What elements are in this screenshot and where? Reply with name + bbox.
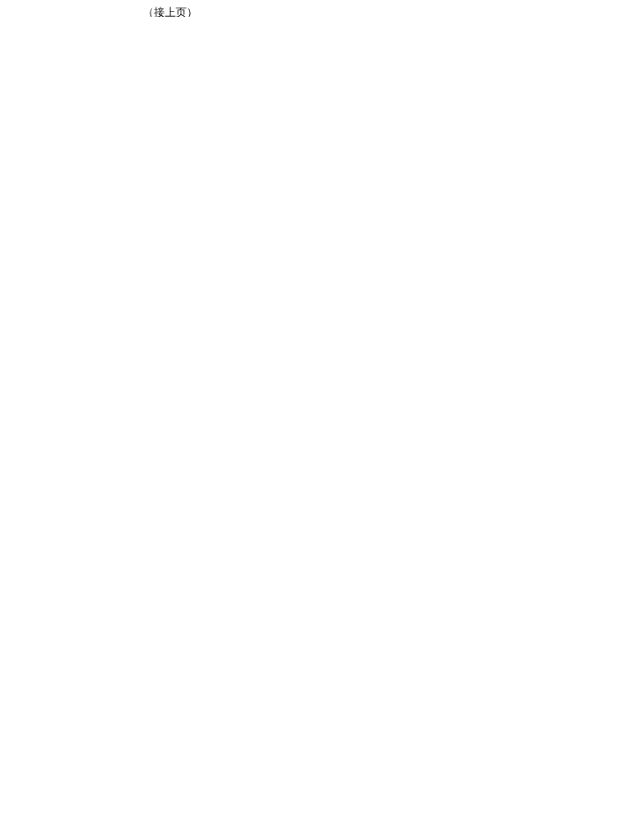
header-note: （接上页）	[143, 5, 198, 17]
flowchart-lines	[0, 0, 633, 17]
